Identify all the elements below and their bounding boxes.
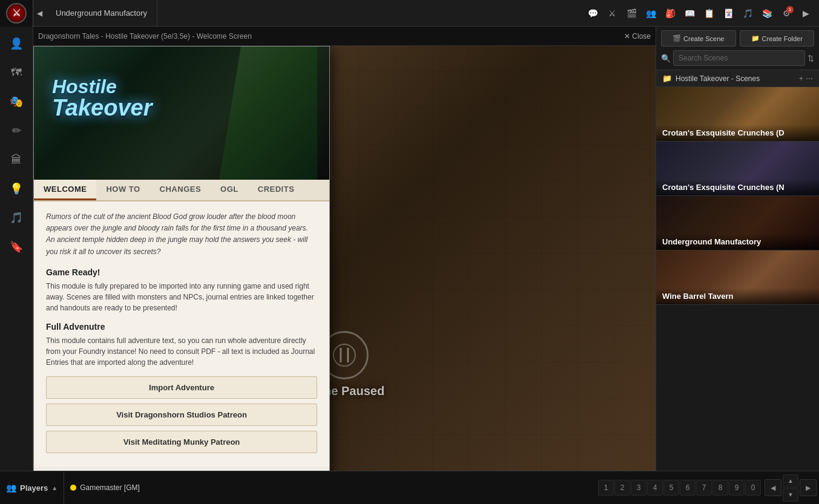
bottom-controls: 1234567890 ◀ ▲ ▼ ▶ — [598, 474, 819, 502]
orc-silhouette — [208, 47, 317, 180]
scene-card-crunches-d[interactable]: Crotan's Exsquisite Crunches (D — [656, 87, 819, 142]
scene-bar: Dragonshorn Tales - Hostile Takeover (5e… — [33, 27, 656, 46]
search-scenes-input[interactable] — [673, 50, 805, 66]
arrow-up-key[interactable]: ▲ — [783, 474, 798, 488]
module-section2-title: Full Advenutre — [46, 322, 317, 332]
module-header-image: Hostile Takeover — [34, 47, 329, 180]
scene-card-label-manufactory: Underground Manufactory — [656, 234, 819, 250]
module-title-line2: Takeover — [52, 96, 152, 119]
bottom-num-pad: 1234567890 — [598, 480, 761, 496]
sort-icon[interactable]: ⇅ — [807, 54, 814, 63]
sidebar-icon-actor[interactable]: 👤 — [3, 30, 30, 57]
top-icon-journal[interactable]: 📖 — [681, 5, 698, 22]
top-icon-tables[interactable]: 📋 — [700, 5, 717, 22]
scene-card-crunches-n[interactable]: Crotan's Exsquisite Crunches (N — [656, 142, 819, 196]
module-footer: Don't show this screen again until next … — [34, 468, 329, 471]
top-icon-compendium[interactable]: 📚 — [758, 5, 775, 22]
scene-folder-header: 📁 Hostile Takeover - Scenes + ⋯ — [656, 70, 819, 87]
num-key-8[interactable]: 8 — [712, 480, 728, 496]
nav-arrow-left[interactable]: ◀ — [33, 9, 46, 18]
logo-area: ⚔ — [0, 0, 33, 27]
patreon2-button[interactable]: Visit Meditating Munky Patreon — [46, 431, 317, 453]
left-sidebar: 👤🗺🎭✏🏛💡🎵🔖 — [0, 27, 33, 471]
create-folder-button[interactable]: 📁 Create Folder — [740, 30, 815, 47]
module-header: Hostile Takeover — [34, 47, 329, 180]
sidebar-icon-bookmark[interactable]: 🔖 — [3, 234, 30, 260]
center-content: Dragonshorn Tales - Hostile Takeover (5e… — [33, 27, 656, 471]
bottom-ctrl-right[interactable]: ▶ — [800, 479, 817, 496]
scene-card-manufactory[interactable]: Underground Manufactory — [656, 196, 819, 250]
folder-icon: 📁 — [662, 74, 672, 83]
num-key-4[interactable]: 4 — [647, 480, 663, 496]
module-section1-title: Game Ready! — [46, 267, 317, 277]
num-key-1[interactable]: 1 — [598, 480, 614, 496]
create-folder-label: Create Folder — [762, 35, 803, 42]
scene-bar-title: Dragonshorn Tales - Hostile Takeover (5e… — [38, 32, 624, 41]
top-right-icons: 💬⚔🎬👥🎒📖📋🃏🎵📚⚙1▶ — [584, 5, 819, 22]
sidebar-icon-building[interactable]: 🏛 — [3, 146, 30, 173]
module-tabs: WelcomeHow ToChangesOGLCredits — [34, 180, 329, 201]
num-key-6[interactable]: 6 — [680, 480, 696, 496]
players-chevron[interactable]: ▲ — [51, 485, 58, 491]
num-key-9[interactable]: 9 — [729, 480, 745, 496]
players-list: Gamemaster [GM] — [64, 481, 146, 494]
module-tab-ogl[interactable]: OGL — [211, 180, 248, 200]
module-tab-welcome[interactable]: Welcome — [34, 180, 96, 200]
top-icon-collapse[interactable]: ▶ — [797, 5, 814, 22]
folder-options-button[interactable]: ⋯ — [806, 74, 813, 83]
player-dot-gamemaster — [70, 485, 76, 491]
num-key-5[interactable]: 5 — [663, 480, 679, 496]
sidebar-icon-map[interactable]: 🗺 — [3, 59, 30, 86]
scene-card-label-crunches-d: Crotan's Exsquisite Crunches (D — [656, 125, 819, 141]
patreon1-button[interactable]: Visit Dragonshorn Studios Patreon — [46, 404, 317, 426]
num-key-7[interactable]: 7 — [696, 480, 712, 496]
scene-card-label-crunches-n: Crotan's Exsquisite Crunches (N — [656, 179, 819, 195]
module-tab-changes[interactable]: Changes — [150, 180, 211, 200]
num-key-3[interactable]: 3 — [631, 480, 646, 496]
scene-card-label-tavern: Wine Barrel Tavern — [656, 288, 819, 304]
right-sidebar: 🎬 Create Scene 📁 Create Folder 🔍 ⇅ 📁 Hos… — [656, 27, 819, 471]
scene-card-tavern[interactable]: Wine Barrel Tavern — [656, 250, 819, 305]
folder-add-button[interactable]: + — [799, 74, 803, 83]
bottom-ctrl-left[interactable]: ◀ — [765, 479, 781, 496]
create-scene-button[interactable]: 🎬 Create Scene — [661, 30, 736, 47]
top-nav-bar: ⚔ ◀ City StreetsUnderground ManufactoryW… — [0, 0, 819, 27]
main-area: 👤🗺🎭✏🏛💡🎵🔖 Dragonshorn Tales - Hostile Tak… — [0, 27, 819, 471]
top-icon-cards[interactable]: 🃏 — [720, 5, 737, 22]
players-section: 👥 Players ▲ — [0, 471, 64, 504]
num-key-0[interactable]: 0 — [745, 480, 761, 496]
import-adventure-button[interactable]: Import Adventure — [46, 376, 317, 399]
module-content: Rumors of the cult of the ancient Blood … — [34, 201, 329, 468]
players-label: Players — [20, 483, 48, 493]
create-scene-label: Create Scene — [683, 35, 724, 42]
map-area[interactable]: 👤 🧙 Game — [33, 46, 656, 471]
num-key-2[interactable]: 2 — [614, 480, 630, 496]
nav-tab-underground-manufactory[interactable]: Underground Manufactory — [46, 0, 157, 27]
sidebar-icon-brush[interactable]: ✏ — [3, 117, 30, 144]
player-label-gamemaster: Gamemaster [GM] — [80, 483, 140, 492]
module-tab-credits[interactable]: Credits — [248, 180, 304, 200]
folder-actions: + ⋯ — [799, 74, 813, 83]
sidebar-icon-token[interactable]: 🎭 — [3, 88, 30, 115]
folder-label: Hostile Takeover - Scenes — [676, 74, 795, 83]
player-gamemaster: Gamemaster [GM] — [70, 483, 140, 492]
create-folder-icon: 📁 — [751, 34, 760, 42]
top-icon-playlists[interactable]: 🎵 — [739, 5, 756, 22]
module-title-line1: Hostile — [52, 77, 152, 96]
search-icon: 🔍 — [661, 54, 671, 63]
top-icon-scenes[interactable]: 🎬 — [623, 5, 640, 22]
module-section1-body: This module is fully prepared to be impo… — [46, 281, 317, 313]
create-scene-icon: 🎬 — [673, 34, 681, 42]
sidebar-icon-light[interactable]: 💡 — [3, 175, 30, 202]
top-icon-combat[interactable]: ⚔ — [604, 5, 620, 22]
module-tab-how-to[interactable]: How To — [96, 180, 150, 200]
sidebar-icon-music[interactable]: 🎵 — [3, 205, 30, 231]
top-icon-actors[interactable]: 👥 — [642, 5, 659, 22]
top-icon-settings[interactable]: ⚙1 — [778, 5, 795, 22]
players-icon: 👥 — [6, 483, 16, 493]
arrow-down-key[interactable]: ▼ — [783, 488, 798, 502]
top-icon-chat[interactable]: 💬 — [584, 5, 601, 22]
top-icon-items[interactable]: 🎒 — [662, 5, 679, 22]
close-button[interactable]: ✕ Close — [624, 32, 651, 41]
bottom-bar: 👥 Players ▲ Gamemaster [GM] 1234567890 ◀… — [0, 471, 819, 504]
